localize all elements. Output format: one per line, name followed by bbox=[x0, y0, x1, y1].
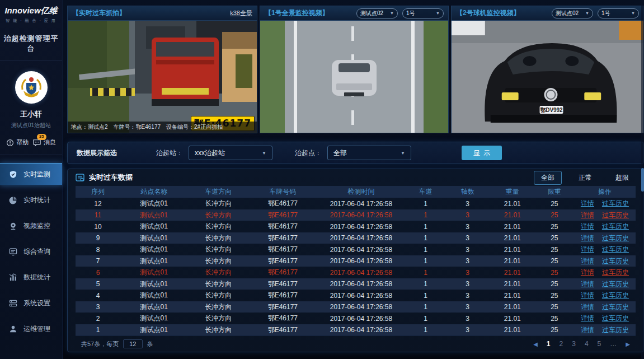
main-content: 【实时过车抓拍】 k38全景 bbox=[63, 0, 644, 359]
dome-site-select[interactable]: 测试点02▼ bbox=[552, 8, 593, 18]
table-row[interactable]: 11测试点01长冲方向鄂E461772017-06-04 17:26:58132… bbox=[76, 209, 636, 221]
sidebar-item-query[interactable]: 综合查询 bbox=[0, 240, 62, 263]
snapshot-image[interactable]: 鄂E·46177 地点：测试点2 车牌号：鄂E46177 设备编号：2#正向抓拍 bbox=[68, 21, 257, 133]
cell-plate: 鄂E46177 bbox=[249, 211, 316, 220]
cell-dir: 长冲方向 bbox=[187, 199, 249, 208]
history-link[interactable]: 过车历史 bbox=[602, 199, 629, 208]
cell-limit: 25 bbox=[535, 246, 574, 254]
history-link[interactable]: 过车历史 bbox=[602, 291, 629, 300]
prev-page-button[interactable]: ◀ bbox=[533, 341, 538, 347]
table-row[interactable]: 10测试点01长冲方向鄂E461772017-06-04 17:26:58132… bbox=[76, 221, 636, 232]
detail-link[interactable]: 详情 bbox=[581, 314, 594, 323]
table-row[interactable]: 2测试点01长冲方向鄂E461772017-06-04 17:26:581321… bbox=[76, 313, 636, 324]
page-2[interactable]: 2 bbox=[560, 340, 563, 348]
status-tabs: 全部正常超限 bbox=[534, 171, 636, 185]
sidebar-item-camera[interactable]: 视频监控 bbox=[0, 215, 62, 237]
cell-weight: 21.01 bbox=[490, 200, 535, 208]
history-link[interactable]: 过车历史 bbox=[602, 279, 629, 289]
table-row[interactable]: 12测试点01长冲方向鄂E461772017-06-04 17:26:58132… bbox=[76, 198, 636, 209]
cell-limit: 25 bbox=[535, 315, 574, 323]
cell-plate: 鄂E46177 bbox=[249, 245, 316, 254]
detail-link[interactable]: 详情 bbox=[581, 222, 594, 231]
history-link[interactable]: 过车历史 bbox=[602, 234, 629, 243]
cell-weight: 21.01 bbox=[490, 303, 535, 311]
detail-link[interactable]: 详情 bbox=[581, 211, 594, 220]
table-row[interactable]: 5测试点01长冲方向鄂E461772017-06-04 17:26:581321… bbox=[76, 278, 636, 290]
page-3[interactable]: 3 bbox=[572, 340, 576, 348]
history-link[interactable]: 过车历史 bbox=[602, 257, 629, 266]
cell-site: 测试点01 bbox=[120, 257, 187, 266]
panorama-site-select[interactable]: 测试点02▼ bbox=[356, 8, 398, 18]
cell-axle: 3 bbox=[445, 200, 490, 208]
table-row[interactable]: 1测试点01长冲方向鄂E461772017-06-04 17:26:581321… bbox=[76, 324, 636, 336]
history-link[interactable]: 过车历史 bbox=[602, 245, 629, 254]
next-page-button[interactable]: ▶ bbox=[626, 341, 630, 347]
detail-link[interactable]: 详情 bbox=[581, 302, 594, 312]
detail-link[interactable]: 详情 bbox=[581, 234, 594, 243]
detail-link[interactable]: 详情 bbox=[581, 291, 594, 300]
page-5[interactable]: 5 bbox=[598, 340, 601, 348]
detail-link[interactable]: 详情 bbox=[581, 199, 594, 208]
panorama-video-image[interactable] bbox=[260, 21, 448, 133]
cell-weight: 21.01 bbox=[490, 246, 535, 254]
history-link[interactable]: 过车历史 bbox=[602, 302, 629, 312]
table-row[interactable]: 7测试点01长冲方向鄂E461772017-06-04 17:26:581321… bbox=[76, 255, 636, 267]
cell-limit: 25 bbox=[535, 292, 574, 300]
table-row[interactable]: 3测试点01长冲方向鄂E461772017-06-04 17:26:581321… bbox=[76, 301, 636, 313]
history-link[interactable]: 过车历史 bbox=[602, 211, 629, 220]
cell-site: 测试点01 bbox=[120, 222, 187, 231]
col-axles: 轴数 bbox=[445, 187, 490, 197]
history-link[interactable]: 过车历史 bbox=[602, 325, 629, 335]
tab-正常[interactable]: 正常 bbox=[572, 171, 599, 184]
detail-link[interactable]: 详情 bbox=[581, 325, 594, 335]
scrollbar-thumb[interactable] bbox=[641, 168, 644, 192]
sidebar-item-user[interactable]: 运维管理 bbox=[0, 318, 62, 340]
point-select[interactable]: 全部 ▼ bbox=[327, 146, 411, 160]
app-window: Innoview亿维 智 能 · 融 合 · 应 用 治超检测管理平台 王小轩 … bbox=[0, 0, 644, 359]
table-row[interactable]: 6测试点01长冲方向鄂E461772017-06-04 17:26:581321… bbox=[76, 267, 636, 278]
sidebar-item-chart[interactable]: 数据统计 bbox=[0, 266, 62, 288]
dome-channel-select[interactable]: 1号▼ bbox=[598, 8, 639, 18]
chevron-down-icon: ▼ bbox=[631, 11, 635, 15]
detail-link[interactable]: 详情 bbox=[581, 257, 594, 266]
panorama-channel-select[interactable]: 1号▼ bbox=[402, 8, 444, 18]
cell-limit: 25 bbox=[535, 280, 574, 288]
station-select[interactable]: xxx治超站 ▼ bbox=[189, 146, 272, 160]
cell-lane: 1 bbox=[406, 223, 445, 231]
shield-icon bbox=[9, 170, 18, 179]
tab-全部[interactable]: 全部 bbox=[534, 171, 562, 185]
sidebar-item-pie[interactable]: 实时统计 bbox=[0, 189, 62, 211]
cell-dir: 长冲方向 bbox=[187, 234, 249, 243]
filter-bar: 数据展示筛选 治超站： xxx治超站 ▼ 治超点： 全部 ▼ 显示 bbox=[67, 142, 644, 164]
page-4[interactable]: 4 bbox=[585, 340, 589, 348]
page-size-select[interactable]: 12 bbox=[123, 339, 142, 348]
history-link[interactable]: 过车历史 bbox=[602, 314, 629, 323]
panel-dome-header: 【2号球机监控视频】 测试点02▼ 1号▼ bbox=[452, 6, 643, 21]
avatar[interactable] bbox=[15, 71, 48, 104]
messages-button[interactable]: 35 消息 bbox=[32, 138, 56, 147]
table-row[interactable]: 8测试点01长冲方向鄂E461772017-06-04 17:26:581321… bbox=[76, 244, 636, 255]
cell-site: 测试点01 bbox=[120, 245, 187, 254]
cell-limit: 25 bbox=[535, 200, 574, 208]
dome-video-image[interactable]: 鄂DV992 bbox=[452, 21, 643, 133]
panel-panorama-header: 【1号全景监控视频】 测试点02▼ 1号▼ bbox=[260, 6, 448, 21]
detail-link[interactable]: 详情 bbox=[581, 245, 594, 254]
panorama-link[interactable]: k38全景 bbox=[230, 9, 252, 17]
scrollbar-track[interactable] bbox=[641, 0, 644, 359]
col-seq: 序列 bbox=[76, 187, 120, 197]
help-button[interactable]: 帮助 bbox=[6, 138, 29, 147]
sidebar-item-shield[interactable]: 实时监测 bbox=[0, 163, 62, 185]
detail-link[interactable]: 详情 bbox=[581, 279, 594, 289]
table-row[interactable]: 9测试点01长冲方向鄂E461772017-06-04 17:26:581321… bbox=[76, 232, 636, 244]
history-link[interactable]: 过车历史 bbox=[602, 268, 629, 277]
cell-plate: 鄂E46177 bbox=[249, 325, 316, 335]
tab-超限[interactable]: 超限 bbox=[609, 171, 636, 184]
history-link[interactable]: 过车历史 bbox=[602, 222, 629, 231]
cell-dir: 长冲方向 bbox=[187, 222, 249, 231]
sidebar-item-settings[interactable]: 系统设置 bbox=[0, 292, 62, 314]
panorama-selects: 测试点02▼ 1号▼ bbox=[356, 8, 444, 18]
page-1[interactable]: 1 bbox=[547, 340, 551, 348]
detail-link[interactable]: 详情 bbox=[581, 268, 594, 277]
table-row[interactable]: 4测试点01长冲方向鄂E461772017-06-04 17:26:581321… bbox=[76, 290, 636, 301]
show-button[interactable]: 显示 bbox=[462, 146, 502, 160]
